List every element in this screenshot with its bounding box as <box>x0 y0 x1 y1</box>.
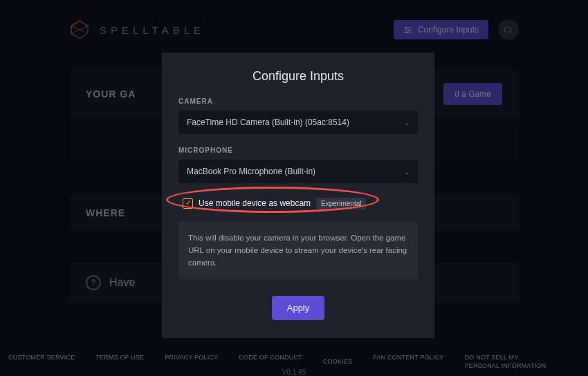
footer-terms[interactable]: TERMS OF USE <box>95 353 144 370</box>
microphone-select[interactable]: MacBook Pro Microphone (Built-in) ⌄ <box>178 160 418 183</box>
mobile-webcam-info: This will disable your camera in your br… <box>178 222 418 279</box>
configure-inputs-modal: Configure Inputs CAMERA FaceTime HD Came… <box>162 53 434 338</box>
modal-title: Configure Inputs <box>178 69 418 84</box>
camera-select[interactable]: FaceTime HD Camera (Built-in) (05ac:8514… <box>178 111 418 134</box>
footer-customer-service[interactable]: CUSTOMER SERVICE <box>8 353 75 370</box>
footer-do-not-sell[interactable]: DO NOT SELL MY PERSONAL INFORMATION <box>465 353 548 370</box>
camera-label: CAMERA <box>178 97 418 105</box>
mobile-webcam-label: Use mobile device as webcam <box>199 198 311 208</box>
version-label: V0.1.45 <box>282 368 306 376</box>
footer-fan-content[interactable]: FAN CONTENT POLICY <box>373 353 443 370</box>
camera-value: FaceTime HD Camera (Built-in) (05ac:8514… <box>187 118 349 127</box>
microphone-label: MICROPHONE <box>178 147 418 154</box>
mobile-webcam-checkbox[interactable]: ✓ Use mobile device as webcam Experiment… <box>178 196 370 211</box>
chevron-down-icon: ⌄ <box>404 119 410 126</box>
microphone-value: MacBook Pro Microphone (Built-in) <box>187 167 315 176</box>
apply-button[interactable]: Apply <box>272 296 325 320</box>
footer-privacy[interactable]: PRIVACY POLICY <box>165 353 218 370</box>
footer-cookies[interactable]: COOKIES <box>323 357 352 366</box>
checkbox-checked-icon: ✓ <box>183 198 193 209</box>
apply-label: Apply <box>287 303 310 313</box>
experimental-badge: Experimental <box>316 198 366 209</box>
chevron-down-icon: ⌄ <box>404 168 410 176</box>
